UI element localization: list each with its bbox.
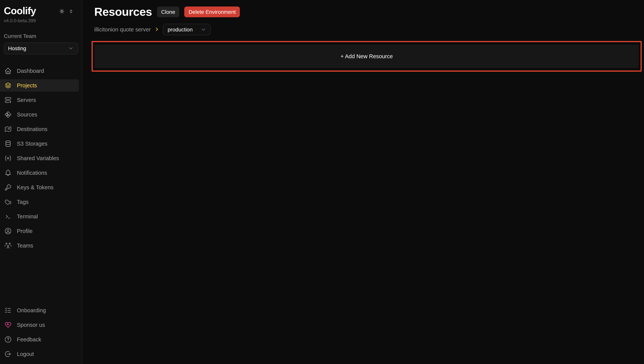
profile-icon — [4, 227, 12, 235]
sidebar-item-label: Destinations — [17, 126, 48, 132]
sidebar-item-label: Terminal — [17, 213, 38, 219]
breadcrumb-project-link[interactable]: illicitonion quote server — [94, 26, 151, 32]
sidebar-item-logout[interactable]: Logout — [0, 348, 79, 360]
sidebar-item-sponsor-us[interactable]: Sponsor us — [0, 319, 79, 331]
sidebar-item-profile[interactable]: Profile — [0, 225, 79, 237]
sidebar-item-destinations[interactable]: Destinations — [0, 123, 79, 135]
sidebar-item-notifications[interactable]: Notifications — [0, 166, 79, 179]
sidebar-item-label: S3 Storages — [17, 140, 48, 146]
sidebar-item-terminal[interactable]: Terminal — [0, 210, 79, 222]
tags-icon — [4, 198, 12, 206]
sidebar-item-label: Profile — [17, 228, 32, 234]
database-icon — [4, 140, 12, 147]
highlight-outline: + Add New Resource — [92, 41, 642, 72]
map-destination-icon — [4, 125, 12, 133]
chevron-down-icon — [200, 26, 206, 32]
page-header: Resources Clone Delete Environment — [94, 5, 642, 18]
sidebar-item-servers[interactable]: Servers — [0, 94, 79, 106]
sidebar-nav: DashboardProjectsServersSourcesDestinati… — [0, 64, 82, 252]
sidebar-collapse-selector-icon[interactable] — [68, 9, 74, 14]
sidebar-item-label: Shared Variables — [17, 155, 59, 161]
page-title: Resources — [94, 5, 152, 18]
sidebar-item-label: Dashboard — [17, 68, 44, 74]
logout-icon — [4, 350, 12, 358]
sidebar-item-label: Feedback — [17, 336, 41, 342]
sidebar-item-feedback[interactable]: Feedback — [0, 333, 79, 346]
sidebar-item-tags[interactable]: Tags — [0, 196, 79, 208]
sidebar-item-sources[interactable]: Sources — [0, 108, 79, 120]
sidebar-item-keys-tokens[interactable]: Keys & Tokens — [0, 181, 79, 193]
team-select[interactable]: Hosting — [4, 42, 78, 54]
bell-icon — [4, 169, 12, 176]
sidebar-item-dashboard[interactable]: Dashboard — [0, 64, 79, 77]
sidebar-footer-nav: OnboardingSponsor usFeedbackLogout — [0, 304, 82, 362]
sidebar-item-s3-storages[interactable]: S3 Storages — [0, 137, 79, 150]
delete-environment-button[interactable]: Delete Environment — [184, 7, 240, 18]
sidebar-item-label: Onboarding — [17, 307, 46, 314]
theme-sun-icon[interactable] — [58, 8, 65, 14]
clone-button[interactable]: Clone — [157, 7, 179, 18]
sidebar-item-label: Logout — [17, 351, 34, 357]
chevron-down-icon — [68, 45, 74, 51]
add-new-resource-label: + Add New Resource — [340, 53, 393, 59]
current-team-label: Current Team — [0, 33, 82, 39]
sidebar-item-projects[interactable]: Projects — [0, 79, 79, 92]
chevron-right-icon — [154, 27, 159, 32]
sidebar-item-label: Servers — [17, 97, 36, 103]
sidebar-item-onboarding[interactable]: Onboarding — [0, 304, 79, 316]
checklist-icon — [4, 306, 12, 314]
sidebar-header: Coolify — [0, 5, 82, 16]
sidebar-item-teams[interactable]: Teams — [0, 239, 79, 252]
version-label: v4.0.0-beta.399 — [0, 18, 82, 23]
help-icon — [4, 336, 12, 343]
sidebar-item-label: Keys & Tokens — [17, 184, 54, 190]
teams-icon — [4, 242, 12, 249]
environment-select[interactable]: production — [163, 24, 211, 35]
sidebar-item-label: Sources — [17, 111, 37, 118]
sidebar-item-label: Notifications — [17, 170, 47, 176]
main-content: Resources Clone Delete Environment illic… — [83, 0, 644, 364]
sidebar-item-label: Tags — [17, 199, 28, 205]
sponsor-heart-icon — [4, 321, 12, 329]
team-select-value: Hosting — [8, 45, 26, 51]
coolify-logo: Coolify — [4, 5, 36, 16]
coolify-app: Coolify v4.0.0-beta.399 Current Team — [0, 0, 644, 364]
git-source-icon — [4, 110, 12, 118]
sidebar: Coolify v4.0.0-beta.399 Current Team — [0, 0, 82, 364]
variable-icon — [4, 154, 12, 162]
projects-stack-icon — [4, 82, 12, 89]
sidebar-item-shared-variables[interactable]: Shared Variables — [0, 152, 79, 164]
sidebar-item-label: Projects — [17, 82, 37, 88]
home-icon — [4, 67, 12, 74]
key-icon — [4, 183, 12, 191]
add-new-resource-button[interactable]: + Add New Resource — [94, 44, 640, 68]
server-icon — [4, 96, 12, 104]
terminal-icon — [4, 212, 12, 220]
sidebar-item-label: Sponsor us — [17, 322, 45, 328]
sidebar-item-label: Teams — [17, 242, 33, 248]
environment-select-value: production — [168, 26, 193, 32]
breadcrumb: illicitonion quote server production — [94, 24, 642, 35]
